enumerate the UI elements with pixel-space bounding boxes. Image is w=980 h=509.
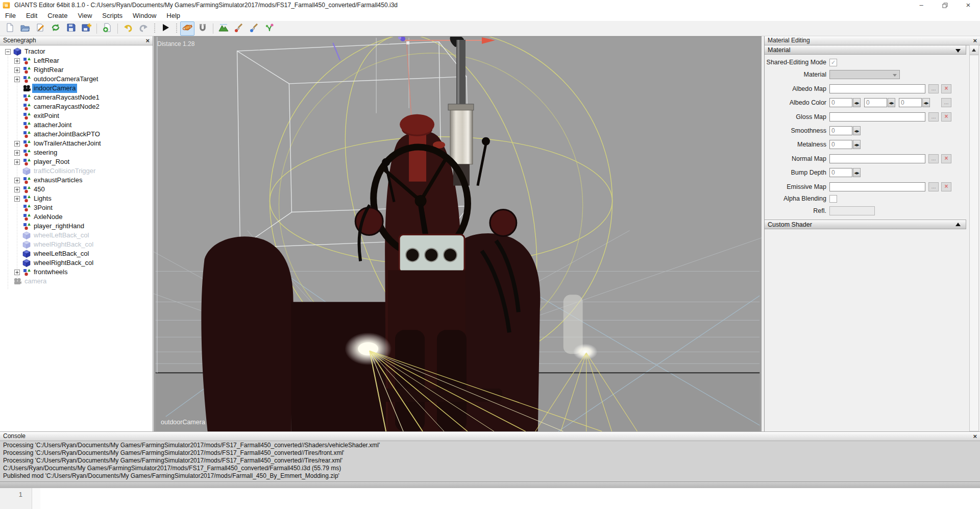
viewport[interactable]: Distance 1.28 outdoorCamera bbox=[154, 36, 762, 431]
node-label[interactable]: attacherJoint bbox=[32, 120, 73, 130]
node-label[interactable]: steering bbox=[32, 148, 59, 157]
expand-icon[interactable] bbox=[14, 58, 20, 65]
new-file-button[interactable] bbox=[3, 21, 17, 36]
gloss-map-clear-button[interactable]: × bbox=[941, 112, 951, 122]
node-label[interactable]: AxleNode bbox=[32, 212, 64, 222]
play-button[interactable] bbox=[158, 21, 173, 36]
albedo-color-picker-button[interactable]: ... bbox=[941, 98, 951, 107]
scenegraph-close-icon[interactable]: × bbox=[145, 37, 150, 44]
open-file-button[interactable] bbox=[18, 21, 32, 36]
expand-icon[interactable] bbox=[14, 186, 20, 194]
terrain-detail-button[interactable] bbox=[262, 21, 277, 36]
albedo-color-value-0[interactable]: 0 bbox=[829, 98, 852, 107]
emissive-map-clear-button[interactable]: × bbox=[941, 182, 951, 191]
restore-button[interactable] bbox=[933, 0, 957, 11]
node-label[interactable]: wheelLeftBack_col bbox=[32, 231, 90, 240]
scenegraph-node-indoorCamera[interactable]: indoorCamera bbox=[0, 84, 153, 93]
terrain-paint-button[interactable] bbox=[232, 21, 246, 36]
save-button[interactable] bbox=[64, 21, 78, 36]
menu-window[interactable]: Window bbox=[128, 11, 161, 21]
node-label[interactable]: cameraRaycastNode1 bbox=[32, 93, 101, 102]
menu-view[interactable]: View bbox=[72, 11, 97, 21]
scenegraph-node-trafficCollisionTrigger[interactable]: trafficCollisionTrigger bbox=[0, 166, 153, 176]
translate-mode-button[interactable] bbox=[195, 21, 210, 36]
script-input-editor[interactable]: 1 bbox=[0, 488, 980, 509]
expand-icon[interactable] bbox=[14, 150, 20, 157]
node-label[interactable]: RightRear bbox=[32, 65, 65, 75]
scenegraph-node-outdoorCameraTarget[interactable]: outdoorCameraTarget bbox=[0, 75, 153, 84]
custom-shader-section-header[interactable]: Custom Shader bbox=[765, 220, 966, 229]
terrain-sculpt-button[interactable] bbox=[216, 21, 231, 36]
scenegraph-node-player_rightHand[interactable]: player_rightHand bbox=[0, 222, 153, 231]
expand-icon[interactable] bbox=[14, 269, 20, 277]
scenegraph-node-Lights[interactable]: Lights bbox=[0, 194, 153, 203]
scenegraph-node-AxleNode[interactable]: AxleNode bbox=[0, 212, 153, 222]
expand-icon[interactable] bbox=[14, 159, 20, 166]
normal-map-clear-button[interactable]: × bbox=[941, 154, 951, 163]
node-label[interactable]: wheelRightBack_col bbox=[32, 258, 95, 268]
smoothness-spinner[interactable]: ◀▶ bbox=[853, 126, 861, 135]
scenegraph-node-450[interactable]: 450 bbox=[0, 185, 153, 194]
terrain-foliage-button[interactable] bbox=[247, 21, 261, 36]
import-button[interactable] bbox=[33, 21, 47, 36]
scenegraph-node-wheelRightBack_col[interactable]: wheelRightBack_col bbox=[0, 258, 153, 268]
scenegraph-node-steering[interactable]: steering bbox=[0, 148, 153, 157]
gloss-map-browse-button[interactable]: ... bbox=[928, 112, 939, 122]
scenegraph-node-cameraRaycastNode2[interactable]: cameraRaycastNode2 bbox=[0, 102, 153, 111]
menu-edit[interactable]: Edit bbox=[21, 11, 42, 21]
scenegraph-node-3Point[interactable]: 3Point bbox=[0, 203, 153, 212]
scenegraph-node-wheelRightBack_col[interactable]: wheelRightBack_col bbox=[0, 240, 153, 249]
scenegraph-node-exitPoint[interactable]: exitPoint bbox=[0, 111, 153, 120]
node-label[interactable]: outdoorCameraTarget bbox=[32, 75, 100, 84]
menu-create[interactable]: Create bbox=[42, 11, 72, 21]
node-label[interactable]: trafficCollisionTrigger bbox=[32, 166, 97, 176]
menu-scripts[interactable]: Scripts bbox=[97, 11, 128, 21]
material-dropdown[interactable] bbox=[829, 70, 900, 79]
scenegraph-node-camera[interactable]: camera bbox=[0, 277, 153, 286]
normal-map-input[interactable] bbox=[829, 154, 925, 163]
emissive-map-browse-button[interactable]: ... bbox=[928, 182, 939, 191]
gloss-map-input[interactable] bbox=[829, 112, 925, 122]
expand-icon[interactable] bbox=[14, 140, 20, 148]
node-label[interactable]: wheelLeftBack_col bbox=[32, 249, 90, 258]
expand-icon[interactable] bbox=[14, 196, 20, 203]
add-object-button[interactable] bbox=[100, 21, 114, 36]
viewport-canvas[interactable] bbox=[154, 37, 762, 431]
scenegraph-node-attacherJoint[interactable]: attacherJoint bbox=[0, 120, 153, 130]
camera-mode-button[interactable] bbox=[180, 21, 194, 36]
bump-depth-input[interactable]: 0 bbox=[829, 168, 852, 177]
alpha-blending-checkbox[interactable] bbox=[829, 195, 837, 203]
scenegraph-node-frontwheels[interactable]: frontwheels bbox=[0, 268, 153, 277]
node-label[interactable]: wheelRightBack_col bbox=[32, 240, 95, 249]
bump-depth-spinner[interactable]: ◀▶ bbox=[853, 168, 861, 177]
menu-help[interactable]: Help bbox=[161, 11, 185, 21]
node-label[interactable]: exhaustParticles bbox=[32, 176, 84, 185]
node-label[interactable]: cameraRaycastNode2 bbox=[32, 102, 101, 111]
scenegraph-node-cameraRaycastNode1[interactable]: cameraRaycastNode1 bbox=[0, 93, 153, 102]
scenegraph-node-wheelLeftBack_col[interactable]: wheelLeftBack_col bbox=[0, 231, 153, 240]
albedo-map-clear-button[interactable]: × bbox=[941, 84, 951, 93]
undo-button[interactable] bbox=[121, 21, 135, 36]
scenegraph-node-exhaustParticles[interactable]: exhaustParticles bbox=[0, 176, 153, 185]
albedo-color-value-2[interactable]: 0 bbox=[899, 98, 922, 107]
material-section-header[interactable]: Material bbox=[765, 45, 966, 55]
smoothness-input[interactable]: 0 bbox=[829, 126, 852, 135]
node-label[interactable]: LeftRear bbox=[32, 56, 61, 65]
albedo-color-spinner-0[interactable]: ◀▶ bbox=[853, 98, 861, 107]
scenegraph-node-Tractor[interactable]: Tractor bbox=[0, 47, 153, 56]
scenegraph-node-wheelLeftBack_col[interactable]: wheelLeftBack_col bbox=[0, 249, 153, 258]
node-label[interactable]: 3Point bbox=[32, 203, 54, 212]
shared-editing-mode-checkbox[interactable]: ✓ bbox=[829, 59, 837, 66]
close-button[interactable]: × bbox=[957, 0, 980, 11]
node-label[interactable]: indoorCamera bbox=[32, 84, 77, 93]
node-label[interactable]: camera bbox=[23, 277, 48, 286]
normal-map-browse-button[interactable]: ... bbox=[928, 154, 939, 163]
scenegraph-node-attacherJointBackPTO[interactable]: attacherJointBackPTO bbox=[0, 130, 153, 139]
node-label[interactable]: 450 bbox=[32, 185, 46, 194]
node-label[interactable]: exitPoint bbox=[32, 111, 61, 120]
reload-button[interactable] bbox=[48, 21, 63, 36]
albedo-map-browse-button[interactable]: ... bbox=[928, 84, 939, 93]
node-label[interactable]: Lights bbox=[32, 194, 53, 203]
save-as-button[interactable] bbox=[79, 21, 93, 36]
console-splitter[interactable] bbox=[0, 481, 980, 489]
